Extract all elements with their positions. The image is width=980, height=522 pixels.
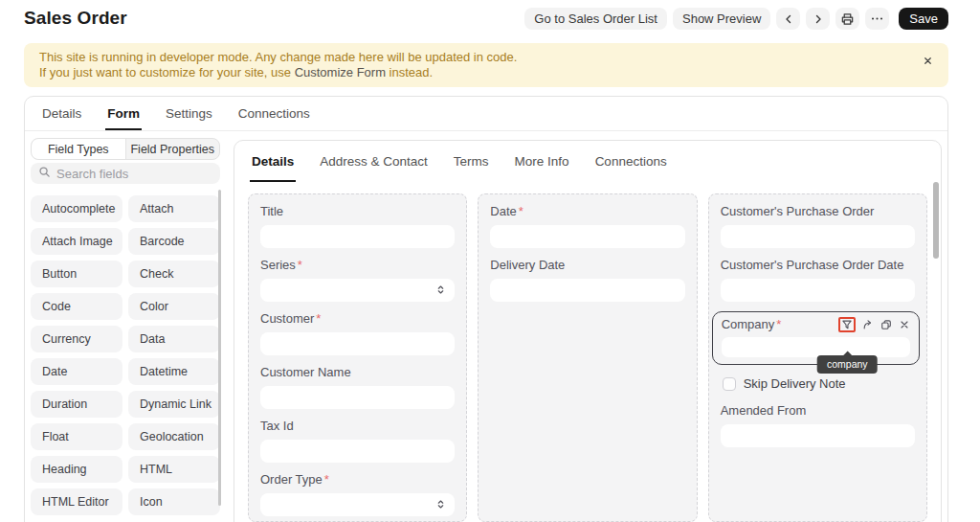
go-to-sales-order-list-button[interactable]: Go to Sales Order List [524,8,667,30]
field-input[interactable] [722,337,910,357]
field-label: Tax Id [260,419,455,434]
field-title[interactable]: Title [260,204,455,248]
field-input[interactable] [721,225,915,248]
field-select[interactable] [260,493,455,516]
field-type-date[interactable]: Date [31,358,122,385]
field-customer[interactable]: Customer* [260,311,455,355]
search-icon [38,165,51,182]
selected-field-tools [838,317,910,332]
field-type-autocomplete[interactable]: Autocomplete [31,195,122,222]
tab-field-types[interactable]: Field Types [32,139,125,159]
form-tab-address-contact[interactable]: Address & Contact [318,141,430,182]
sidebar-scrollbar[interactable] [218,190,221,506]
selected-field-company[interactable]: Company*company [712,311,920,365]
field-type-color[interactable]: Color [128,293,220,320]
prev-button[interactable] [776,8,800,30]
form-tab-terms[interactable]: Terms [452,141,491,182]
field-type-float[interactable]: Float [31,423,122,450]
form-tab-bar: DetailsAddress & ContactTermsMore InfoCo… [234,141,941,182]
field-type-button[interactable]: Button [31,261,122,287]
main-tab-settings[interactable]: Settings [164,97,214,130]
chevron-right-icon [812,12,825,26]
field-type-geolocation[interactable]: Geolocation [128,423,220,450]
field-type-code[interactable]: Code [31,293,122,320]
move-icon[interactable] [862,319,874,330]
required-asterisk: * [519,204,523,218]
main-tab-connections[interactable]: Connections [236,97,312,130]
field-select[interactable] [260,279,455,302]
field-input[interactable] [260,440,455,463]
form-columns: TitleSeries*Customer*Customer NameTax Id… [234,182,941,522]
panel-scrollbar[interactable] [933,182,939,259]
checkbox-icon[interactable] [723,377,736,391]
filter-icon[interactable] [841,319,853,330]
fieldname-tooltip: company [817,355,878,374]
field-type-attach[interactable]: Attach [128,195,220,222]
next-button[interactable] [806,8,830,30]
field-input[interactable] [260,386,455,409]
field-amended-from[interactable]: Amended From [721,403,915,447]
field-type-datetime[interactable]: Datetime [128,358,220,385]
field-series[interactable]: Series* [260,258,455,302]
chevron-up-down-icon [435,499,446,510]
main-tab-form[interactable]: Form [105,97,142,130]
field-skip-delivery-note[interactable]: Skip Delivery Note [723,376,915,391]
field-input[interactable] [260,225,455,248]
tab-field-properties[interactable]: Field Properties [125,139,220,159]
form-tab-more-info[interactable]: More Info [513,141,571,182]
duplicate-icon[interactable] [880,319,892,330]
print-button[interactable] [835,8,859,30]
field-customer-s-purchase-order[interactable]: Customer's Purchase Order [721,204,915,248]
required-asterisk: * [776,317,781,331]
customize-form-link[interactable]: Customize Form [295,65,386,79]
search-fields-box[interactable] [31,163,220,184]
save-button[interactable]: Save [899,8,948,30]
field-label: Customer's Purchase Order Date [721,258,915,273]
field-type-check[interactable]: Check [128,261,220,287]
search-fields-input[interactable] [56,167,212,181]
form-tab-connections[interactable]: Connections [593,141,669,182]
field-label: Company* [722,317,838,332]
filter-highlight-box [838,317,856,332]
required-asterisk: * [324,472,329,487]
selected-field-header: Company* [722,317,910,332]
ellipsis-icon [870,11,884,26]
remove-icon[interactable] [899,319,910,330]
banner-line1: This site is running in developer mode. … [39,50,517,65]
main-tab-details[interactable]: Details [40,97,83,130]
field-tax-id[interactable]: Tax Id [260,419,455,463]
field-input[interactable] [490,225,684,248]
field-label: Series* [260,258,455,273]
field-input[interactable] [260,332,455,355]
field-input[interactable] [490,279,684,302]
form-tab-details[interactable]: Details [250,141,296,182]
field-type-icon[interactable]: Icon [128,488,220,515]
menu-button[interactable] [865,8,889,30]
field-input[interactable] [721,279,915,302]
field-customer-name[interactable]: Customer Name [260,365,455,409]
field-date[interactable]: Date* [490,204,684,248]
chevron-left-icon [782,12,795,26]
developer-mode-banner: This site is running in developer mode. … [24,43,948,87]
form-column-1: TitleSeries*Customer*Customer NameTax Id… [248,193,467,522]
field-type-currency[interactable]: Currency [31,326,122,352]
field-customer-s-purchase-order-date[interactable]: Customer's Purchase Order Date [721,258,915,302]
field-type-attach-image[interactable]: Attach Image [31,228,122,255]
field-type-html[interactable]: HTML [128,456,220,483]
required-asterisk: * [298,258,302,272]
form-builder-card: DetailsFormSettingsConnections Field Typ… [24,96,948,522]
show-preview-button[interactable]: Show Preview [673,8,770,30]
page-header: Sales Order Go to Sales Order List Show … [0,0,980,35]
banner-line2: If you just want to customize for your s… [39,65,517,80]
field-input[interactable] [721,424,915,447]
field-delivery-date[interactable]: Delivery Date [490,258,684,302]
field-type-barcode[interactable]: Barcode [128,228,220,255]
field-type-dynamic-link[interactable]: Dynamic Link [128,391,220,418]
field-order-type[interactable]: Order Type* [260,472,455,516]
field-type-html-editor[interactable]: HTML Editor [31,488,122,515]
field-type-data[interactable]: Data [128,326,220,352]
printer-icon [840,11,855,26]
banner-close-button[interactable] [921,53,935,68]
field-type-duration[interactable]: Duration [31,391,122,418]
field-type-heading[interactable]: Heading [31,456,122,483]
